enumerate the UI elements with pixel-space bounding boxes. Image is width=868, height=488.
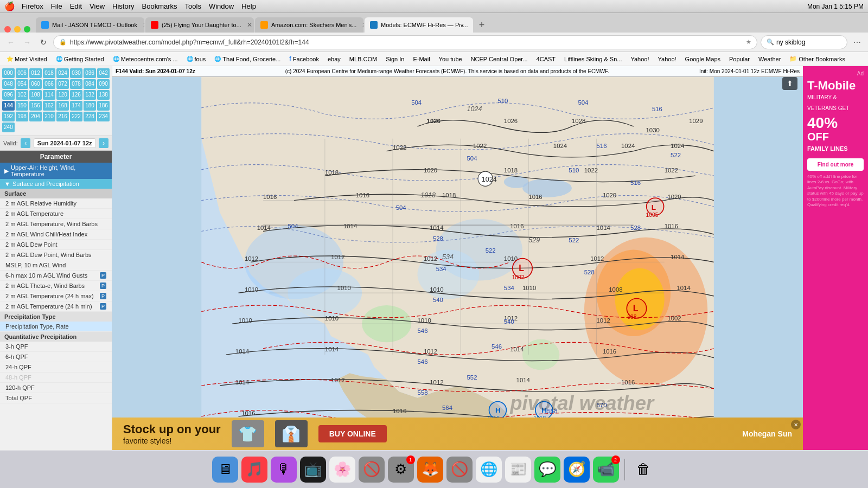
tab-amazon[interactable]: Amazon.com: Skechers Men's... ✕ [255, 17, 363, 33]
hour-222[interactable]: 222 [70, 112, 82, 121]
tab-youtube[interactable]: (25) Flying Your Daughter to... ✕ [145, 17, 254, 33]
param-24h-qpf[interactable]: 24-h QPF [0, 362, 112, 373]
hour-162[interactable]: 162 [43, 101, 55, 111]
hour-072[interactable]: 072 [56, 79, 69, 89]
dock-firefox[interactable]: 🦊 [417, 457, 443, 483]
hour-216[interactable]: 216 [56, 112, 69, 121]
hour-066[interactable]: 066 [43, 79, 55, 89]
hour-228[interactable]: 228 [84, 112, 96, 121]
param-2m-dewpoint-wind[interactable]: 2 m AGL Dew Point, Wind Barbs [0, 250, 112, 260]
param-wind-gusts[interactable]: 6-h max 10 m AGL Wind Gusts P [0, 271, 112, 281]
menu-tools[interactable]: Tools [185, 2, 201, 10]
dock-news[interactable]: 📰 [505, 457, 531, 483]
menu-window[interactable]: Window [209, 2, 234, 10]
window-minimize-btn[interactable] [14, 26, 21, 33]
menu-view[interactable]: View [90, 2, 105, 10]
bookmark-ncep[interactable]: NCEP Central Oper... [469, 55, 530, 63]
hour-012[interactable]: 012 [29, 68, 42, 78]
hour-168[interactable]: 168 [56, 101, 69, 111]
param-group-surface[interactable]: ▼ Surface and Precipitation [0, 179, 112, 189]
hour-096[interactable]: 096 [2, 90, 15, 100]
bookmark-ebay[interactable]: ebay [326, 55, 343, 63]
extensions-button[interactable]: ⋯ [851, 36, 864, 49]
hour-192[interactable]: 192 [2, 112, 15, 121]
param-2m-windchill[interactable]: 2 m AGL Wind Chill/Heat Index [0, 229, 112, 240]
hour-180[interactable]: 180 [84, 101, 96, 111]
hour-030[interactable]: 030 [70, 68, 82, 78]
hour-108[interactable]: 108 [29, 90, 42, 100]
menu-help[interactable]: Help [241, 2, 256, 10]
hour-210[interactable]: 210 [43, 112, 55, 121]
dock-messages[interactable]: 💬 [534, 457, 560, 483]
tab-mail[interactable]: Mail - JASON TEMCO - Outlook ✕ [36, 17, 144, 33]
hour-132[interactable]: 132 [84, 90, 96, 100]
dock-music[interactable]: 🎵 [241, 457, 267, 483]
valid-next-button[interactable]: › [99, 138, 108, 148]
ad-cta-button[interactable]: Find out more [807, 158, 864, 171]
dock-finder[interactable]: 🖥 [212, 457, 238, 483]
hour-138[interactable]: 138 [97, 90, 110, 100]
dock-safari[interactable]: 🧭 [564, 457, 590, 483]
bookmark-4cast[interactable]: 4CAST [534, 55, 558, 63]
address-bar[interactable]: 🔒 https://www.pivotalweather.com/model.p… [53, 35, 757, 49]
tab-close-youtube[interactable]: ✕ [247, 21, 252, 29]
dock-photos[interactable]: 🌸 [329, 457, 355, 483]
reload-button[interactable]: ↻ [37, 36, 50, 49]
back-button[interactable]: ← [4, 36, 17, 49]
bookmark-mlb[interactable]: MLB.COM [347, 55, 379, 63]
hour-150[interactable]: 150 [16, 101, 28, 111]
dock-facetime[interactable]: 📹 2 [593, 457, 619, 483]
dock-stopsign1[interactable]: 🚫 [359, 457, 385, 483]
param-2m-temp[interactable]: 2 m AGL Temperature [0, 209, 112, 219]
param-120h-qpf[interactable]: 120-h QPF [0, 383, 112, 393]
param-2m-dewpoint[interactable]: 2 m AGL Dew Point [0, 240, 112, 250]
param-48h-qpf[interactable]: 48-h QPF [0, 373, 112, 383]
bookmark-liftlines[interactable]: Liftlines Skiing & Sn... [562, 55, 624, 63]
hour-006[interactable]: 006 [16, 68, 28, 78]
dock-stopsign2[interactable]: 🚫 [446, 457, 473, 483]
forward-button[interactable]: → [21, 36, 34, 49]
menu-bookmarks[interactable]: Bookmarks [142, 2, 177, 10]
share-button[interactable]: ⬆ [782, 77, 797, 90]
param-2m-rh[interactable]: 2 m AGL Relative Humidity [0, 198, 112, 209]
hour-054[interactable]: 054 [16, 79, 28, 89]
param-temp-24min[interactable]: 2 m AGL Temperature (24 h min) P [0, 301, 112, 312]
param-total-qpf[interactable]: Total QPF [0, 393, 112, 403]
hour-204[interactable]: 204 [29, 112, 42, 121]
hour-174[interactable]: 174 [70, 101, 82, 111]
bookmark-thai[interactable]: 🌐 Thai Food, Grocerie... [212, 55, 283, 63]
menu-file[interactable]: File [51, 2, 62, 10]
bookmark-gmaps[interactable]: Google Maps [683, 55, 723, 63]
menu-history[interactable]: History [112, 2, 134, 10]
bookmark-meteo[interactable]: 🌐 Meteocentre.com's ... [111, 55, 180, 63]
hour-018[interactable]: 018 [43, 68, 55, 78]
bookmark-getting-started[interactable]: 🌐 Getting Started [54, 55, 106, 63]
dock-trash[interactable]: 🗑 [630, 457, 656, 483]
window-close-btn[interactable] [4, 26, 11, 33]
bottom-ad-cta-button[interactable]: BUY ONLINE [318, 425, 387, 442]
valid-prev-button[interactable]: ‹ [21, 138, 30, 148]
dock-systemprefs[interactable]: ⚙ 1 [388, 457, 414, 483]
new-tab-button[interactable]: + [474, 17, 489, 33]
param-theta-e[interactable]: 2 m AGL Theta-e, Wind Barbs P [0, 281, 112, 291]
dock-tv[interactable]: 📺 [300, 457, 326, 483]
search-bar[interactable]: 🔍 ny skiblog [761, 35, 847, 49]
param-3h-qpf[interactable]: 3-h QPF [0, 342, 112, 352]
apple-menu[interactable]: 🍎 [4, 1, 15, 11]
hour-078[interactable]: 078 [70, 79, 82, 89]
tab-pivotal[interactable]: Models: ECMWF Hi-Res — Piv... ✕ [365, 17, 473, 33]
window-maximize-btn[interactable] [24, 26, 30, 33]
hour-198[interactable]: 198 [16, 112, 28, 121]
hour-156[interactable]: 156 [29, 101, 42, 111]
tab-close-mail[interactable]: ✕ [143, 21, 144, 29]
hour-144[interactable]: 144 [2, 101, 15, 111]
dock-podcasts[interactable]: 🎙 [271, 457, 297, 483]
bookmark-youtube[interactable]: You tube [437, 55, 464, 63]
menu-firefox[interactable]: Firefox [22, 2, 43, 10]
menu-edit[interactable]: Edit [70, 2, 82, 10]
bookmark-most-visited[interactable]: ⭐ Most Visited [4, 55, 49, 63]
bookmark-fous[interactable]: 🌐 fous [184, 55, 208, 63]
hour-120[interactable]: 120 [56, 90, 69, 100]
bookmark-signin[interactable]: Sign In [384, 55, 406, 63]
bookmark-weather[interactable]: Weather [756, 55, 783, 63]
